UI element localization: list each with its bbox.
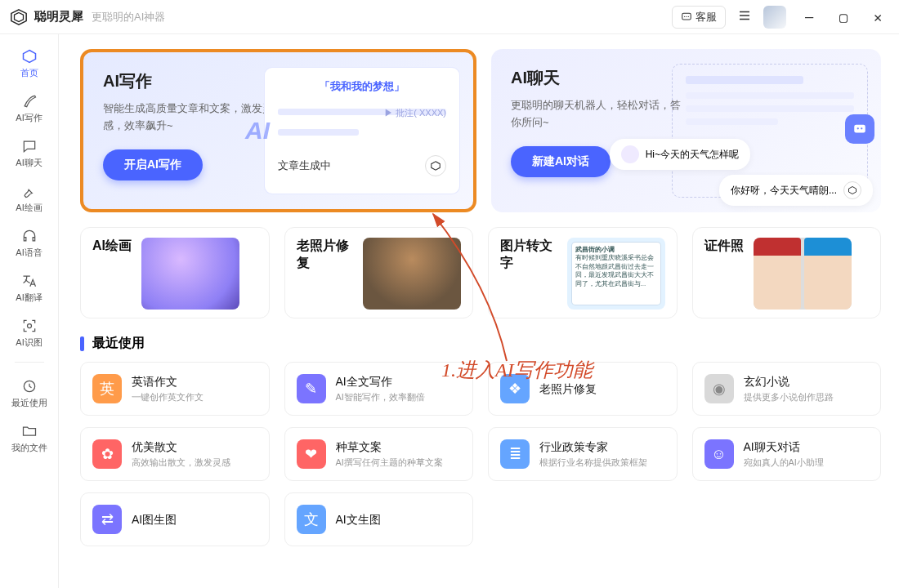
- recent-item[interactable]: 文AI文生图: [284, 492, 474, 546]
- recent-item[interactable]: ✿优美散文高效输出散文，激发灵感: [80, 427, 270, 481]
- doc-body: 有时候到重庆晓溪采书总会不自然地跟武昌街过去走一回，最近发现武昌街大大不同了，尤…: [575, 254, 654, 287]
- hexagon-icon: [20, 47, 38, 65]
- svg-point-3: [684, 16, 685, 16]
- window-maximize-button[interactable]: ▢: [832, 9, 855, 25]
- hexagon-small-icon: [843, 181, 861, 199]
- svg-marker-13: [849, 187, 857, 194]
- sidebar-item-label: 我的文件: [11, 442, 47, 454]
- chat-bubble1-text: Hi~今天的天气怎样呢: [646, 148, 739, 162]
- writing-visual-status: 文章生成中: [278, 158, 331, 173]
- writing-visual-anno: ▶ 批注( XXXX): [278, 107, 446, 119]
- ai-text-icon: AI: [245, 117, 270, 145]
- recent-item[interactable]: ≣行业政策专家根据行业名称提供政策框架: [488, 427, 678, 481]
- feature-card-idphoto[interactable]: 证件照: [692, 227, 882, 318]
- recent-icon: 文: [297, 505, 326, 534]
- window-close-button[interactable]: ✕: [866, 9, 889, 25]
- app-logo-icon: [10, 8, 28, 26]
- sidebar-item-label: AI绘画: [16, 202, 42, 214]
- history-icon: [20, 377, 38, 395]
- svg-marker-9: [432, 162, 441, 171]
- recent-header: 最近使用: [92, 335, 145, 352]
- feather-icon: [20, 92, 38, 110]
- hero-writing-visual: 「我和我的梦想」 AI ▶ 批注( XXXX) 文章生成中: [264, 67, 460, 194]
- chat-bubble-bot: 你好呀，今天天气晴朗...: [719, 175, 873, 206]
- folder-icon: [20, 422, 38, 440]
- sidebar-item-label: AI语音: [16, 247, 42, 259]
- sidebar-item-label: 首页: [20, 67, 38, 79]
- recent-item[interactable]: ☺AI聊天对话宛如真人的AI小助理: [692, 427, 882, 481]
- accent-bar-icon: [80, 336, 84, 351]
- recent-item[interactable]: ❖老照片修复: [488, 362, 678, 416]
- recent-title: AI图生图: [132, 512, 177, 527]
- recent-item[interactable]: ✎AI全文写作AI智能写作，效率翻倍: [284, 362, 474, 416]
- doc-title: 武昌街的小调: [575, 246, 615, 253]
- window-minimize-button[interactable]: —: [798, 9, 821, 25]
- recent-subtitle: 一键创作英文作文: [132, 391, 204, 403]
- sidebar-item-label: AI写作: [16, 112, 42, 124]
- recent-subtitle: 高效输出散文，激发灵感: [132, 457, 230, 469]
- feature-card-oldphoto[interactable]: 老照片修复: [284, 227, 474, 318]
- svg-rect-10: [854, 125, 865, 133]
- recent-icon: ≣: [500, 439, 530, 469]
- chat-icon: [20, 137, 38, 155]
- sidebar-item-voice[interactable]: AI语音: [6, 222, 53, 262]
- hero-card-chat[interactable]: AI聊天 更聪明的聊天机器人，轻松对话，答你所问~ 新建AI对话 Hi~今天的天…: [491, 49, 881, 212]
- svg-point-12: [861, 127, 862, 129]
- menu-button[interactable]: [734, 5, 755, 29]
- svg-point-11: [857, 127, 859, 129]
- recent-subtitle: 提供更多小说创作思路: [744, 391, 834, 403]
- sidebar-item-label: 最近使用: [11, 397, 47, 409]
- recent-subtitle: 宛如真人的AI小助理: [744, 457, 824, 469]
- recent-item[interactable]: ◉玄幻小说提供更多小说创作思路: [692, 362, 882, 416]
- feature-card-imgtext[interactable]: 图片转文字 武昌街的小调 有时候到重庆晓溪采书总会不自然地跟武昌街过去走一回，最…: [488, 227, 678, 318]
- chat-bot-icon: [845, 114, 874, 144]
- customer-service-button[interactable]: 客服: [672, 6, 726, 29]
- hexagon-small-icon: [425, 155, 446, 176]
- avatar-small-icon: [621, 145, 639, 163]
- sidebar-item-home[interactable]: 首页: [6, 42, 53, 82]
- feature-title: 老照片修复: [297, 238, 354, 272]
- recent-icon: ☺: [704, 439, 734, 469]
- sidebar-item-translate[interactable]: AI翻译: [6, 267, 53, 307]
- sidebar-item-recent[interactable]: 最近使用: [6, 372, 53, 412]
- sidebar-item-image[interactable]: AI识图: [6, 312, 53, 352]
- recent-icon: ❖: [500, 374, 530, 403]
- customer-service-label: 客服: [695, 10, 717, 24]
- start-chat-button[interactable]: 新建AI对话: [511, 146, 611, 177]
- recent-subtitle: 根据行业名称提供政策框架: [539, 457, 647, 469]
- recent-title: 老照片修复: [539, 381, 597, 396]
- recent-title: 优美散文: [132, 439, 230, 454]
- sidebar-item-chat[interactable]: AI聊天: [6, 132, 53, 172]
- recent-icon: 英: [92, 374, 122, 403]
- chat-bubble2-text: 你好呀，今天天气晴朗...: [731, 184, 837, 198]
- brush-icon: [20, 182, 38, 200]
- sidebar-item-writing[interactable]: AI写作: [6, 87, 53, 127]
- feature-title: 证件照: [704, 238, 744, 255]
- recent-item[interactable]: ⇄AI图生图: [80, 492, 270, 546]
- recent-title: AI全文写作: [336, 374, 425, 389]
- imgtext-thumbnail: 武昌街的小调 有时候到重庆晓溪采书总会不自然地跟武昌街过去走一回，最近发现武昌街…: [567, 238, 665, 310]
- recent-icon: ✎: [297, 374, 326, 403]
- user-avatar[interactable]: [763, 6, 786, 29]
- hero-chat-desc: 更聪明的聊天机器人，轻松对话，答你所问~: [511, 97, 682, 131]
- writing-visual-topic: 「我和我的梦想」: [278, 79, 446, 94]
- scan-icon: [20, 317, 38, 335]
- sidebar-item-files[interactable]: 我的文件: [6, 417, 53, 457]
- sidebar-item-drawing[interactable]: AI绘画: [6, 177, 53, 217]
- recent-icon: ❤: [297, 439, 326, 469]
- chat-bubble-user: Hi~今天的天气怎样呢: [610, 139, 750, 170]
- recent-title: 玄幻小说: [744, 374, 834, 389]
- svg-point-4: [686, 16, 687, 16]
- recent-item[interactable]: ❤种草文案AI撰写任何主题的种草文案: [284, 427, 474, 481]
- start-writing-button[interactable]: 开启AI写作: [103, 149, 203, 180]
- feature-title: AI绘画: [92, 238, 132, 255]
- recent-item[interactable]: 英英语作文一键创作英文作文: [80, 362, 270, 416]
- idphoto-thumbnail: [754, 238, 852, 310]
- feature-card-drawing[interactable]: AI绘画: [80, 227, 270, 318]
- recent-subtitle: AI撰写任何主题的种草文案: [336, 457, 443, 469]
- app-name: 聪明灵犀: [34, 9, 83, 24]
- chat-bubble-icon: [681, 11, 692, 23]
- recent-icon: ✿: [92, 439, 122, 469]
- hero-card-writing[interactable]: AI写作 智能生成高质量文章和文案，激发灵感，效率飙升~ 开启AI写作 「我和我…: [80, 49, 476, 212]
- recent-title: AI文生图: [336, 512, 381, 527]
